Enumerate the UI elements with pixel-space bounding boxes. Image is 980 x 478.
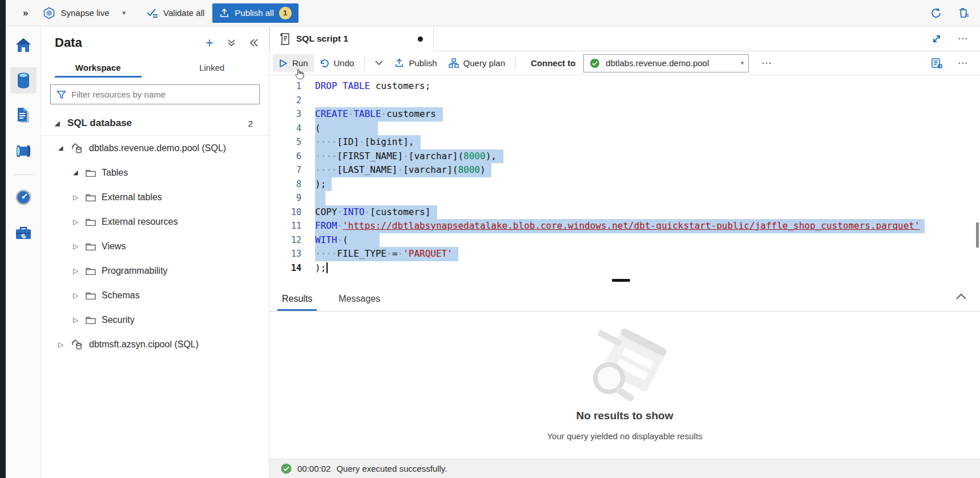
editor-scrollbar[interactable] — [976, 222, 979, 248]
collapsed-triangle-icon[interactable]: ▷ — [73, 242, 86, 250]
tab-more-icon[interactable]: ⋯ — [958, 33, 969, 44]
validate-all-button[interactable]: Validate all — [146, 7, 204, 19]
tab-workspace[interactable]: Workspace — [41, 58, 155, 78]
connection-dropdown[interactable]: dbtlabs.revenue.demo.pool ▾ — [583, 54, 749, 72]
left-nav-rail — [6, 26, 41, 478]
tree-item-external-tables[interactable]: ▷External tables — [41, 185, 269, 209]
publish-all-label: Publish all — [235, 8, 273, 18]
line-number: 9 — [269, 191, 315, 205]
code-line-content: ····[LAST_NAME]·[varchar](8000) — [315, 163, 491, 177]
query-plan-button[interactable]: Query plan — [443, 54, 511, 72]
code-line-11[interactable]: 11FROM·'https://dbtlabsynapsedatalake.bl… — [269, 219, 980, 233]
tree-item-label: External resources — [102, 217, 178, 227]
publish-label: Publish — [409, 58, 437, 68]
publish-button[interactable]: Publish — [389, 54, 442, 72]
nav-monitor-icon[interactable] — [10, 184, 37, 210]
collapse-results-icon[interactable] — [956, 293, 966, 299]
code-line-2[interactable]: 2 — [269, 94, 980, 108]
expanded-triangle-icon[interactable]: ◢ — [55, 120, 67, 127]
folder-icon — [86, 242, 96, 250]
code-line-1[interactable]: 1DROP TABLE customers; — [269, 79, 980, 94]
collapsed-triangle-icon[interactable]: ▷ — [58, 341, 71, 349]
tab-sql-script-1[interactable]: SQL script 1 — [269, 26, 434, 51]
code-line-3[interactable]: 3CREATE·TABLE·customers — [269, 107, 980, 121]
editor-more-icon[interactable]: ⋯ — [958, 57, 969, 69]
tree-item-schemas[interactable]: ▷Schemas — [41, 283, 269, 307]
collapse-panel-icon[interactable] — [249, 38, 259, 47]
tree-item-programmability[interactable]: ▷Programmability — [41, 258, 269, 283]
success-check-icon — [281, 463, 292, 474]
nav-integrate-icon[interactable] — [10, 138, 37, 164]
no-results-illustration — [576, 319, 674, 405]
properties-icon[interactable] — [931, 58, 943, 69]
code-editor[interactable]: 1DROP TABLE customers;23CREATE·TABLE·cus… — [269, 75, 980, 285]
expand-all-icon[interactable] — [227, 38, 236, 47]
tree-item-external-resources[interactable]: ▷External resources — [41, 209, 269, 234]
line-number: 1 — [269, 79, 315, 94]
tab-messages[interactable]: Messages — [330, 288, 388, 311]
tree-item-label: SQL database — [67, 118, 132, 129]
nav-home-icon[interactable] — [10, 32, 37, 58]
collapsed-triangle-icon[interactable]: ▷ — [73, 267, 86, 275]
expand-topnav-icon[interactable]: » — [23, 7, 28, 19]
publish-all-button[interactable]: Publish all 1 — [212, 3, 298, 23]
collapsed-triangle-icon[interactable]: ▷ — [73, 218, 86, 226]
code-line-4[interactable]: 4( — [269, 121, 980, 136]
filter-box[interactable] — [50, 84, 260, 104]
splitter-handle[interactable] — [612, 279, 630, 282]
code-line-9[interactable]: 9 — [269, 191, 980, 205]
code-line-content: DROP TABLE customers; — [315, 79, 430, 94]
expand-editor-icon[interactable] — [931, 34, 942, 44]
add-resource-icon[interactable]: + — [205, 37, 213, 48]
code-line-content: FROM·'https://dbtlabsynapsedatalake.blob… — [315, 219, 925, 233]
filter-resources-input[interactable] — [71, 90, 253, 99]
refresh-icon[interactable] — [930, 7, 942, 19]
collapsed-triangle-icon[interactable]: ▷ — [73, 193, 86, 201]
validate-all-label: Validate all — [163, 8, 204, 18]
code-line-7[interactable]: 7····[LAST_NAME]·[varchar](8000) — [269, 163, 980, 177]
code-line-content: ····[FIRST_NAME]·[varchar](8000), — [315, 149, 503, 164]
tree-item-security[interactable]: ▷Security — [41, 307, 269, 332]
line-number: 12 — [269, 233, 315, 248]
tree-item-sql-database[interactable]: ◢SQL database2 — [41, 111, 269, 136]
sql-pool-icon — [71, 143, 83, 154]
tree-item-dbtmsft-azsyn-cipool-sql-[interactable]: ▷dbtmsft.azsyn.cipool (SQL) — [41, 332, 269, 357]
synapse-hexagon-icon — [43, 7, 55, 19]
tree-item-label: dbtmsft.azsyn.cipool (SQL) — [89, 339, 199, 350]
results-tabbar: Results Messages — [269, 285, 980, 311]
code-line-6[interactable]: 6····[FIRST_NAME]·[varchar](8000), — [269, 149, 980, 164]
run-options-chevron[interactable] — [369, 56, 389, 70]
text-cursor — [326, 262, 328, 273]
tree-item-tables[interactable]: ◢Tables — [41, 160, 269, 185]
discard-trash-icon[interactable] — [957, 7, 970, 19]
nav-data-icon[interactable] — [10, 67, 37, 94]
collapsed-triangle-icon[interactable]: ▷ — [73, 291, 86, 299]
query-plan-label: Query plan — [463, 58, 505, 68]
undo-button[interactable]: Undo — [314, 54, 360, 72]
editor-toolbar: Run Undo Publish — [269, 51, 980, 75]
collapsed-triangle-icon[interactable]: ▷ — [73, 316, 86, 324]
tree-item-dbtlabs-revenue-demo-pool-sql-[interactable]: ◢dbtlabs.revenue.demo.pool (SQL) — [41, 136, 269, 160]
toolbar-more-icon[interactable]: ⋯ — [761, 57, 772, 69]
toolbar-separator — [515, 57, 516, 70]
top-command-bar: » Synapse live ▾ Validate all — [6, 0, 980, 26]
run-button[interactable]: Run — [273, 54, 314, 72]
line-number: 7 — [269, 163, 315, 177]
connection-value: dbtlabs.revenue.demo.pool — [606, 58, 735, 68]
expanded-triangle-icon[interactable]: ◢ — [73, 169, 86, 176]
nav-manage-icon[interactable] — [10, 220, 37, 246]
code-line-12[interactable]: 12WITH·( — [269, 233, 980, 248]
code-line-14[interactable]: 14); — [269, 261, 980, 276]
publish-upload-icon — [219, 8, 229, 18]
nav-develop-icon[interactable] — [10, 103, 37, 129]
tab-results[interactable]: Results — [274, 288, 320, 311]
code-line-10[interactable]: 10COPY·INTO·[customers] — [269, 205, 980, 220]
tree-item-views[interactable]: ▷Views — [41, 234, 269, 258]
expanded-triangle-icon[interactable]: ◢ — [58, 144, 71, 152]
synapse-live-dropdown[interactable]: Synapse live ▾ — [43, 7, 126, 19]
code-line-8[interactable]: 8); — [269, 177, 980, 192]
code-line-content: CREATE·TABLE·customers — [315, 107, 443, 121]
code-line-5[interactable]: 5····[ID]·[bigint], — [269, 135, 980, 149]
tab-linked[interactable]: Linked — [155, 58, 269, 78]
code-line-13[interactable]: 13····FILE_TYPE·=·'PARQUET' — [269, 247, 980, 261]
